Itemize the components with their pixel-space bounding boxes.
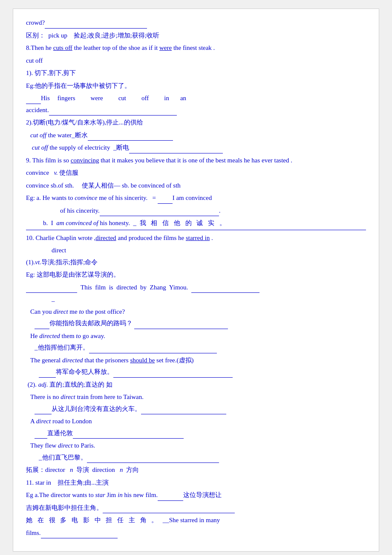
eg-fingers: Eg:他的手指在一场事故中被切下了。 [26,81,366,92]
direct-def1: (1).vt.导演;指示;指挥;命令 [26,257,366,268]
sentence9: 9. This film is so convincing that it ma… [26,155,366,166]
cutoff-electricity: cut off the supply of electricity _断电 [26,142,366,153]
sentence11-heading: 11. star in 担任主角;由...主演 [26,477,366,489]
convince-def: convince v. 使信服 [26,168,366,179]
sentence8: 8.Then he cuts off the leather top of th… [26,43,366,54]
eg-convince-b: b. I am convinced of his honesty. _ 我 相 … [26,218,366,229]
accident-line: accident. [26,105,366,116]
eg-direct-fly: They flew direct to Paris. [26,440,366,451]
cutoff-water: cut off the water_断水 [26,130,366,141]
pickup-section: 区别： pick up 捡起;改良;进步;增加;获得;收听 [26,30,366,41]
def1: 1). 切下,割下,剪下 [26,68,366,79]
sentence10: 10. Charlie Chaplin wrote ,directed and … [26,233,366,244]
eg-direct-train: There is no direct train from here to Ta… [26,392,366,403]
zhang-line: This film is directed by Zhang Yimou. [26,282,366,293]
direct-road-cn: 直通伦敦 [26,428,366,439]
eg-direct-away: He directed them to go away. [26,331,366,342]
eg-star-a: Eg a.The director wants to star Jim in h… [26,490,366,501]
direct-post-cn: 你能指给我去邮政局的路吗？ [26,318,366,329]
direct-def2: (2). adj. 直的;直线的;直达的 如 [26,379,366,390]
eg-convince-a2: of his cincerity.. [26,205,366,217]
pickup-label: 区别： pick up 捡起;改良;进步;增加;获得;收听 [26,32,159,39]
convince-usage: convince sb.of sth. 使某人相信— sb. be convin… [26,180,366,191]
cutoff-heading: cut off [26,55,366,66]
direct-heading: direct [26,245,366,256]
blank-b [26,230,366,230]
crowd-text: crowd? [26,17,147,29]
eg-star-b2: films. [26,528,366,539]
direct-fly-cn: _他们直飞巴黎。 [26,452,366,463]
zhang-line2: _ [26,294,366,305]
eg-star-a2: 吉姆在新电影中担任主角。 [26,503,366,514]
main-content: crowd? 区别： pick up 捡起;改良;进步;增加;获得;收听 8.T… [13,9,379,552]
direct-general-cn: 将军命令犯人释放。 [26,367,366,378]
direct-train-cn: 从这儿到台湾没有直达的火车。 [26,404,366,415]
def2: 2).切断(电力/煤气/自来水等),停止...的供给 [26,117,366,128]
eg-direct-road: A direct road to London [26,416,366,427]
eg-convince-a: Eg: a. He wants to convince me of his si… [26,193,366,204]
crowd-line: crowd? [26,17,366,29]
eg-direct-general: The general directed that the prisoners … [26,355,366,366]
eg-direct-zhang: Eg: 这部电影是由张艺谋导演的。 [26,269,366,280]
extension: 拓展：director n 导演 direction n 方向 [26,465,366,476]
eg-star-b: 她 在 很 多 电 影 中 担 任 主 角 。 __She starred in… [26,515,366,526]
fingers-line: His fingers were cut off in an [26,93,366,104]
sentence8-text: 8.Then he cuts off the leather top of th… [26,44,215,51]
direct-away-cn: _他指挥他们离开。 [26,342,366,353]
eg-direct-post: Can you direct me to the post office? [26,306,366,318]
